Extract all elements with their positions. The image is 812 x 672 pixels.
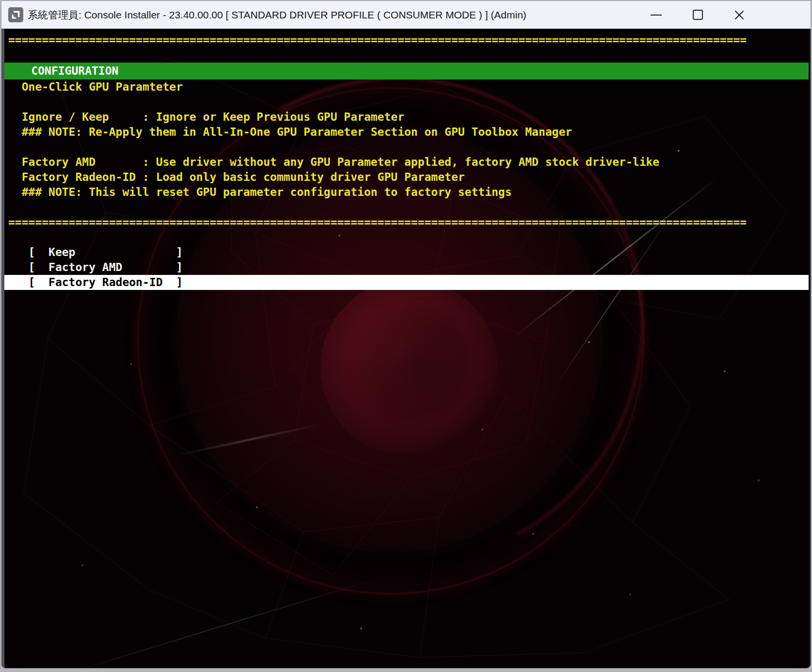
blank-line [4,48,809,63]
menu-option-factory-radeon-id[interactable]: [ Factory Radeon-ID ] [4,275,809,290]
title-bar[interactable]: 系統管理員: Console Installer - 23.40.00.00 [… [1,1,811,29]
console-line: Factory Radeon-ID : Load only basic comm… [4,170,809,185]
maximize-button[interactable] [677,1,718,29]
light-streak [55,575,389,668]
console-installer-window: 系統管理員: Console Installer - 23.40.00.00 [… [1,0,811,669]
blank-line [4,140,809,155]
menu-option-keep[interactable]: [ Keep ] [4,245,809,260]
window-title: 系統管理員: Console Installer - 23.40.00.00 [… [28,8,635,22]
console-line: ### NOTE: This will reset GPU parameter … [4,185,809,200]
separator-line: ========================================… [4,32,809,48]
blank-line [4,95,809,110]
console-line: Factory AMD : Use driver without any GPU… [4,155,809,170]
close-button[interactable] [718,1,760,29]
console-line: ### NOTE: Re-Apply them in All-In-One GP… [4,125,809,140]
menu-option-factory-amd[interactable]: [ Factory AMD ] [4,260,809,275]
maximize-icon [693,10,703,20]
console-area: ========================================… [1,29,811,668]
sphere-core-shadow [344,301,470,422]
configuration-badge: CONFIGURATION [18,64,132,78]
minimize-icon [651,15,662,16]
console-line: Ignore / Keep : Ignore or Keep Previous … [4,110,809,125]
light-streak [175,423,323,456]
console-text: ========================================… [4,29,809,290]
minimize-button[interactable] [635,1,677,29]
separator-line: ========================================… [4,215,809,230]
amd-arrow-logo-icon [8,7,23,22]
blank-line [4,200,809,215]
close-icon [733,9,745,21]
console-line: One-Click GPU Paramteter [4,80,809,95]
sphere-core [320,279,498,456]
window-controls [635,1,760,29]
blank-line [4,230,809,245]
configuration-heading-line: CONFIGURATION [4,63,809,80]
